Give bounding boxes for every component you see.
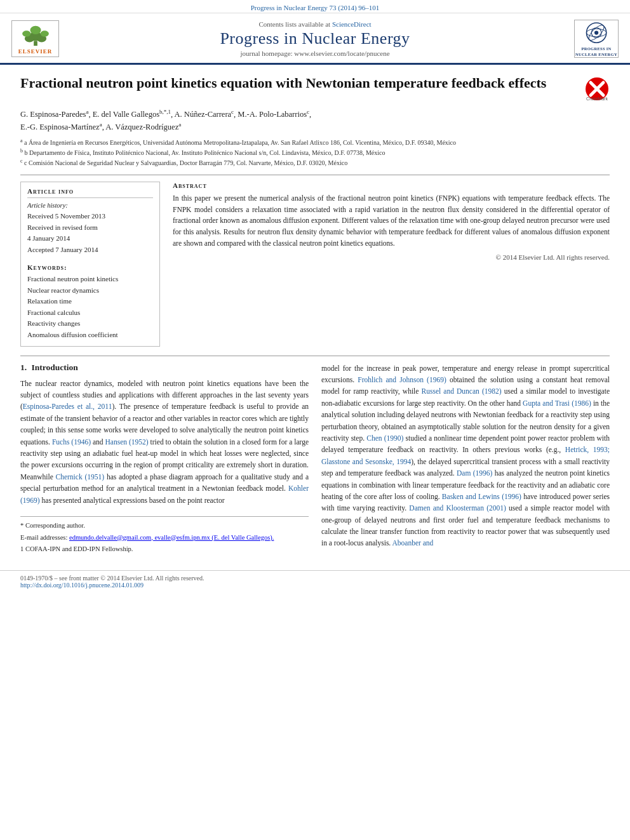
ref-basken[interactable]: Basken and Lewins (1996) <box>442 493 521 500</box>
main-right-column: model for the increase in peak power, te… <box>321 363 610 557</box>
elsevier-logo: ELSEVIER <box>11 20 62 57</box>
revised-label: Received in revised form <box>27 223 153 232</box>
main-content: 1. Introduction The nuclear reactor dyna… <box>20 363 610 557</box>
abstract-title: Abstract <box>173 182 610 189</box>
article-body: Fractional neutron point kinetics equati… <box>0 65 630 565</box>
article-info-box: Article info Article history: Received 5… <box>20 182 160 347</box>
keyword-5: Reactivity changes <box>27 318 153 330</box>
ref-russel[interactable]: Russel and Duncan (1982) <box>422 387 502 395</box>
info-abstract-section: Article info Article history: Received 5… <box>20 182 610 347</box>
footnote-email: E-mail addresses: edmundo.delvalle@gmail… <box>20 533 309 543</box>
main-left-column: 1. Introduction The nuclear reactor dyna… <box>20 363 309 557</box>
journal-header: ELSEVIER Contents lists available at Sci… <box>0 13 630 65</box>
ref-hansen[interactable]: Hansen (1952) <box>105 438 149 446</box>
svg-text:CrossMark: CrossMark <box>586 97 608 101</box>
accepted-date: Accepted 7 January 2014 <box>27 245 153 255</box>
homepage-line: journal homepage: www.elsevier.com/locat… <box>62 50 568 57</box>
sciencedirect-link[interactable]: ScienceDirect <box>332 20 372 28</box>
authors-line: G. Espinosa-Paredesa, E. del Valle Galle… <box>20 108 610 133</box>
revised-date: 4 January 2014 <box>27 234 153 243</box>
keyword-2: Nuclear reactor dynamics <box>27 285 153 297</box>
bottom-bar: 0149-1970/$ – see front matter © 2014 El… <box>0 570 630 592</box>
ref-damen[interactable]: Damen and Kloosterman (2001) <box>409 504 506 512</box>
abstract-section: Abstract In this paper we present the nu… <box>173 182 610 347</box>
ref-fuchs[interactable]: Fuchs (1946) <box>52 438 91 446</box>
ref-gupta[interactable]: Gupta and Trasi (1986) <box>523 399 591 407</box>
header-divider <box>20 175 610 175</box>
sciencedirect-line: Contents lists available at ScienceDirec… <box>62 20 568 28</box>
abstract-text: In this paper we present the numerical a… <box>173 193 610 250</box>
keywords-title: Keywords: <box>27 263 153 271</box>
elsevier-brand-text: ELSEVIER <box>15 48 56 55</box>
keyword-3: Relaxation time <box>27 296 153 307</box>
intro-paragraph-1: The nuclear reactor dynamics, modeled wi… <box>20 378 309 506</box>
ref-dam[interactable]: Dam (1996) <box>457 469 492 477</box>
keyword-1: Fractional neutron point kinetics <box>27 274 153 285</box>
ref-frohlich[interactable]: Frohlich and Johnson (1969) <box>358 376 446 383</box>
copyright-line: © 2014 Elsevier Ltd. All rights reserved… <box>173 253 610 261</box>
svg-rect-0 <box>34 41 37 46</box>
journal-center-block: Contents lists available at ScienceDirec… <box>62 20 568 57</box>
footnote-fellowship: 1 COFAA-IPN and EDD-IPN Fellowship. <box>20 544 309 554</box>
affiliations: a a Área de Ingeniería en Recursos Energ… <box>20 137 610 168</box>
svg-point-6 <box>30 26 41 34</box>
received-date: Received 5 November 2013 <box>27 211 153 221</box>
journal-reference: Progress in Nuclear Energy 73 (2014) 96–… <box>0 0 630 13</box>
article-title: Fractional neutron point kinetics equati… <box>20 74 578 93</box>
keyword-6: Anomalous diffusion coefficient <box>27 330 153 341</box>
ref-espinosa-2011[interactable]: Espinosa-Paredes et al., 2011 <box>23 403 112 410</box>
article-title-section: Fractional neutron point kinetics equati… <box>20 74 610 102</box>
svg-point-5 <box>40 30 48 37</box>
ref-chernick[interactable]: Chernick (1951) <box>56 473 105 481</box>
article-history-label: Article history: <box>27 201 153 211</box>
ref-chen[interactable]: Chen (1990) <box>366 434 403 442</box>
footnote-corresponding: * Corresponding author. <box>20 521 309 531</box>
ref-kohler[interactable]: Kohler (1969) <box>20 484 309 503</box>
keywords-list: Fractional neutron point kinetics Nuclea… <box>27 274 153 341</box>
crossmark-logo: CrossMark <box>584 76 610 102</box>
svg-point-4 <box>22 30 30 37</box>
keyword-4: Fractional calculus <box>27 307 153 319</box>
svg-point-9 <box>594 30 598 34</box>
doi-link[interactable]: http://dx.doi.org/10.1016/j.pnucene.2014… <box>20 582 144 589</box>
ref-aboanber[interactable]: Aboanber and <box>392 539 433 547</box>
introduction-heading: 1. Introduction <box>20 363 309 373</box>
ref-hetrick[interactable]: Hetrick, 1993; Glasstone and Sesonske, 1… <box>321 446 610 465</box>
email-link[interactable]: edmundo.delvalle@gmail.com, evalle@esfm.… <box>69 534 274 541</box>
intro-paragraph-2: model for the increase in peak power, te… <box>321 363 610 549</box>
journal-title: Progress in Nuclear Energy <box>62 29 568 48</box>
journal-logo-right: PROGRESS INNUCLEAR ENERGY <box>568 20 619 58</box>
article-info-title: Article info <box>27 187 153 195</box>
footnote-section: * Corresponding author. E-mail addresses… <box>20 516 309 554</box>
abstract-divider <box>20 356 610 356</box>
